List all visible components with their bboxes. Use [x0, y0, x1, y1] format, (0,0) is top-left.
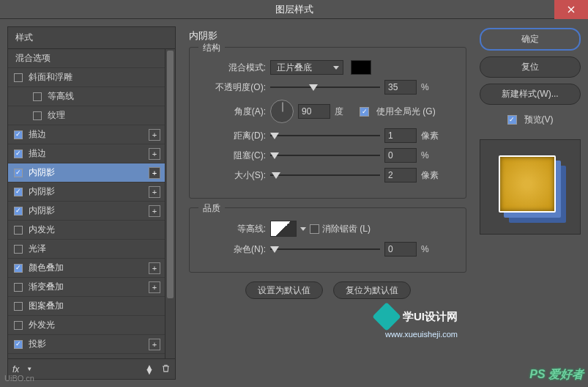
style-row-5[interactable]: 描边+ — [8, 144, 165, 163]
add-effect-button[interactable]: + — [149, 339, 160, 350]
style-checkbox[interactable] — [14, 169, 23, 177]
style-row-4[interactable]: 描边+ — [8, 125, 165, 144]
close-icon — [567, 6, 575, 13]
style-checkbox[interactable] — [14, 188, 23, 196]
style-row-13[interactable]: 图案叠加 — [8, 297, 165, 316]
style-label: 斜面和浮雕 — [29, 71, 72, 84]
structure-label: 结构 — [198, 42, 225, 54]
noise-slider[interactable] — [270, 244, 380, 254]
antialias-checkbox[interactable] — [310, 224, 319, 234]
watermark-title: 学UI设计网 — [403, 310, 458, 324]
style-checkbox[interactable] — [14, 226, 23, 235]
distance-input[interactable]: 1 — [384, 128, 417, 143]
new-style-button[interactable]: 新建样式(W)... — [480, 84, 581, 105]
style-label: 描边 — [29, 128, 46, 141]
titlebar: 图层样式 — [0, 0, 588, 19]
style-row-6[interactable]: 内阴影+ — [8, 163, 165, 183]
style-checkbox[interactable] — [14, 321, 23, 330]
style-row-3[interactable]: 纹理 — [8, 106, 165, 125]
style-row-11[interactable]: 颜色叠加+ — [8, 259, 165, 278]
styles-scrollbar[interactable] — [165, 49, 175, 358]
size-unit: 像素 — [421, 169, 442, 182]
style-checkbox[interactable] — [14, 150, 23, 158]
style-checkbox[interactable] — [14, 264, 23, 273]
blend-mode-value: 正片叠底 — [277, 62, 312, 74]
style-label: 颜色叠加 — [29, 262, 64, 274]
size-slider[interactable] — [270, 170, 380, 180]
add-effect-button[interactable]: + — [149, 262, 160, 274]
contour-label: 等高线: — [200, 223, 266, 235]
size-input[interactable]: 2 — [384, 168, 417, 183]
opacity-input[interactable]: 35 — [384, 80, 417, 95]
style-label: 外发光 — [29, 319, 55, 331]
style-checkbox[interactable] — [33, 92, 42, 101]
angle-unit: 度 — [335, 106, 355, 118]
distance-unit: 像素 — [421, 130, 442, 142]
style-label: 等高线 — [48, 90, 74, 103]
opacity-slider[interactable] — [270, 82, 380, 92]
make-default-button[interactable]: 设置为默认值 — [245, 281, 323, 299]
style-row-15[interactable]: 投影+ — [8, 335, 165, 354]
cancel-button[interactable]: 复位 — [480, 56, 581, 78]
style-checkbox[interactable] — [14, 207, 23, 215]
style-label: 投影 — [29, 338, 46, 350]
blend-mode-select[interactable]: 正片叠底 — [270, 60, 343, 75]
style-checkbox[interactable] — [14, 245, 23, 254]
choke-label: 阻塞(C): — [200, 150, 266, 162]
reorder-icon[interactable]: ▲▼ — [145, 365, 154, 374]
add-effect-button[interactable]: + — [149, 186, 160, 198]
styles-panel: 样式 混合选项斜面和浮雕等高线纹理描边+描边+内阴影+内阴影+内阴影+内发光光泽… — [7, 26, 176, 380]
global-light-checkbox[interactable] — [360, 107, 369, 117]
trash-icon[interactable] — [161, 364, 171, 375]
preview-checkbox[interactable] — [507, 115, 517, 125]
choke-slider[interactable] — [270, 150, 380, 161]
angle-label: 角度(A): — [200, 106, 266, 118]
style-row-2[interactable]: 等高线 — [8, 87, 165, 106]
style-row-14[interactable]: 外发光 — [8, 316, 165, 335]
style-row-0[interactable]: 混合选项 — [8, 49, 165, 68]
watermark: 学UI设计网 — [376, 306, 458, 327]
style-label: 纹理 — [48, 109, 65, 122]
style-row-8[interactable]: 内阴影+ — [8, 202, 165, 221]
style-row-10[interactable]: 光泽 — [8, 240, 165, 259]
style-checkbox[interactable] — [14, 302, 23, 311]
contour-picker[interactable] — [270, 221, 297, 237]
style-row-9[interactable]: 内发光 — [8, 221, 165, 240]
style-checkbox[interactable] — [14, 130, 23, 139]
ok-button[interactable]: 确定 — [480, 28, 581, 51]
style-checkbox[interactable] — [14, 340, 23, 349]
add-effect-button[interactable]: + — [149, 129, 160, 141]
add-effect-button[interactable]: + — [149, 148, 160, 160]
noise-input[interactable]: 0 — [384, 242, 417, 257]
opacity-unit: % — [421, 82, 442, 92]
reset-default-button[interactable]: 复位为默认值 — [333, 281, 411, 299]
window-title: 图层样式 — [275, 3, 313, 16]
style-row-12[interactable]: 渐变叠加+ — [8, 278, 165, 297]
preview-label: 预览(V) — [524, 114, 554, 126]
quality-group: 品质 等高线: 消除锯齿 (L) 杂色(N): 0 % — [189, 207, 466, 273]
style-row-1[interactable]: 斜面和浮雕 — [8, 68, 165, 87]
style-checkbox[interactable] — [14, 283, 23, 292]
angle-input[interactable]: 90 — [298, 104, 330, 119]
angle-dial[interactable] — [270, 100, 294, 123]
preview-box — [480, 139, 581, 235]
style-checkbox[interactable] — [33, 111, 42, 120]
add-effect-button[interactable]: + — [149, 205, 160, 217]
distance-slider[interactable] — [270, 130, 380, 141]
shadow-color-swatch[interactable] — [351, 60, 371, 75]
styles-list: 混合选项斜面和浮雕等高线纹理描边+描边+内阴影+内阴影+内阴影+内发光光泽颜色叠… — [7, 48, 176, 359]
watermark-url: www.xueuisheji.com — [385, 330, 458, 339]
add-effect-button[interactable]: + — [149, 281, 160, 293]
preview-thumbnail — [499, 155, 562, 218]
close-button[interactable] — [554, 0, 588, 19]
corner-watermark: PS 爱好者 — [529, 367, 584, 383]
scroll-thumb[interactable] — [167, 51, 174, 298]
style-row-7[interactable]: 内阴影+ — [8, 183, 165, 202]
style-checkbox[interactable] — [14, 73, 23, 82]
fx-menu[interactable]: fx — [12, 364, 19, 375]
style-label: 内发光 — [29, 224, 55, 236]
choke-input[interactable]: 0 — [384, 148, 417, 163]
global-light-label: 使用全局光 (G) — [376, 106, 436, 118]
style-label: 描边 — [29, 147, 46, 160]
add-effect-button[interactable]: + — [149, 167, 160, 179]
